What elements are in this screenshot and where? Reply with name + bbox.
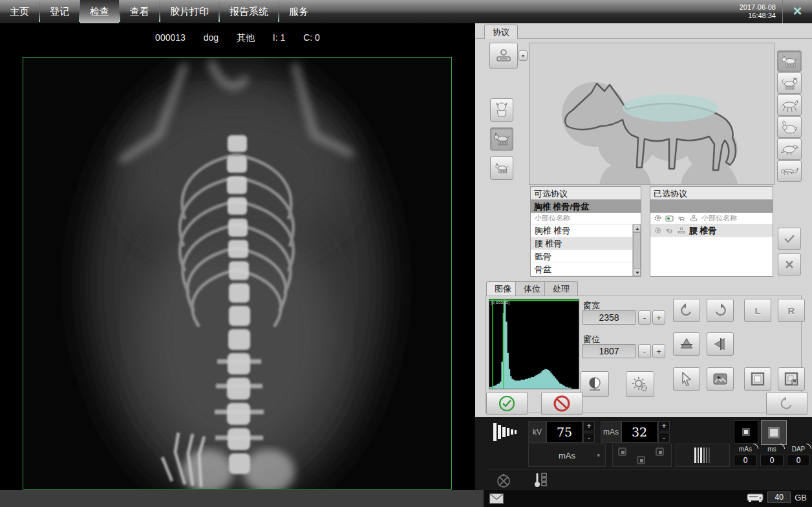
menu-exam[interactable]: 检查 [80, 0, 119, 23]
aec-chamber-left[interactable] [618, 448, 626, 456]
aec-chamber-selector[interactable] [612, 444, 672, 467]
protocol-item[interactable]: 骨盆 [531, 263, 632, 276]
menu-register[interactable]: 登记 [40, 0, 79, 23]
left-marker-button[interactable]: L [744, 299, 771, 322]
kv-label: kV [528, 421, 546, 443]
focal-spot-small-button[interactable] [734, 420, 758, 444]
readout-mas-label: mAs [734, 446, 757, 453]
species-reptile-button[interactable] [777, 160, 802, 182]
pointer-tool-button[interactable] [673, 367, 700, 391]
rabbit-icon [780, 120, 798, 135]
small-focus-icon [742, 428, 750, 436]
save-region-button[interactable] [778, 367, 805, 391]
patient-type-button[interactable] [489, 43, 518, 69]
rotate-ccw-button[interactable] [673, 299, 700, 322]
protocol-item[interactable]: 胸椎 椎骨 [531, 224, 632, 237]
tab-processing[interactable]: 处理 [544, 281, 578, 296]
wedge-filter-icon [493, 422, 520, 442]
xray-viewport[interactable] [23, 57, 452, 490]
kv-plus-button[interactable]: + [583, 421, 595, 431]
large-dog-icon [493, 102, 510, 118]
protocol-item[interactable]: 骶骨 [531, 250, 632, 263]
protocol-tabstrip: 协议 [475, 23, 812, 39]
image-adjust-button[interactable] [707, 367, 734, 391]
x-icon [785, 260, 794, 269]
menu-home[interactable]: 主页 [0, 0, 39, 23]
available-list-scrollbar[interactable] [632, 224, 641, 276]
body-region-diagram[interactable] [529, 43, 775, 185]
window-level-plus-button[interactable]: + [652, 344, 665, 358]
species-cat-button[interactable] [777, 72, 802, 94]
gear-icon [654, 227, 661, 234]
time-text: 16:48:34 [740, 12, 776, 20]
patient-type-dropdown[interactable]: ▾ [518, 50, 528, 61]
grid-indicator [676, 444, 730, 467]
histogram-display[interactable]: [0,65535] [489, 299, 579, 389]
protocol-remove-button[interactable] [778, 253, 801, 275]
close-icon[interactable]: × [782, 0, 812, 23]
small-dog-icon [494, 162, 509, 175]
scroll-up-icon[interactable] [633, 224, 641, 232]
rotate-cw-button[interactable] [707, 299, 734, 322]
dog-icon [780, 54, 798, 69]
readout-dap-value: 0 [787, 455, 810, 466]
readout-ms-label: ms [760, 446, 784, 453]
selected-protocol-item[interactable]: 腰 椎骨 [650, 224, 773, 237]
size-large-button[interactable] [490, 98, 513, 122]
protocol-accept-button[interactable] [778, 228, 801, 250]
flip-horizontal-button[interactable] [707, 332, 734, 356]
flip-vertical-button[interactable] [673, 332, 700, 356]
window-width-plus-button[interactable]: + [652, 310, 665, 325]
menu-service[interactable]: 服务 [279, 0, 318, 23]
scroll-down-icon[interactable] [633, 268, 641, 276]
exposure-status-icon [665, 215, 674, 222]
window-level-minus-button[interactable]: - [638, 344, 651, 358]
mas-plus-button[interactable]: + [658, 421, 670, 431]
selected-column-header: 小部位名称 [701, 213, 737, 223]
status-bar-right: 40 GB [484, 490, 812, 507]
species-label: 其他 [237, 32, 255, 43]
mas-minus-button[interactable]: - [658, 433, 670, 443]
auto-window-button[interactable] [581, 371, 609, 397]
table-icon [690, 215, 698, 222]
green-check-icon [498, 394, 516, 413]
collimation-button[interactable] [744, 367, 771, 391]
species-bird-button[interactable] [777, 138, 802, 160]
size-small-button[interactable] [490, 156, 513, 180]
focal-spot-large-button[interactable] [761, 420, 787, 445]
accept-image-button[interactable] [486, 392, 528, 415]
message-envelope-icon[interactable] [489, 493, 504, 504]
kv-minus-button[interactable]: - [583, 433, 595, 443]
kv-value: 75 [546, 421, 582, 443]
menu-film-print[interactable]: 胶片打印 [160, 0, 219, 23]
menu-report-system[interactable]: 报告系统 [220, 0, 278, 23]
animal-icon [665, 228, 674, 234]
aec-chamber-right[interactable] [656, 448, 664, 456]
image-stage: 000013 dog 其他 I: 1 C: 0 [0, 23, 475, 490]
collimator-light-icon [496, 473, 511, 488]
effects-icon [632, 376, 648, 393]
menu-view[interactable]: 查看 [120, 0, 159, 23]
check-icon [784, 234, 795, 243]
species-rabbit-button[interactable] [777, 116, 802, 138]
readout-mas-value: 0 [734, 455, 757, 466]
right-marker-button[interactable]: R [778, 299, 805, 322]
species-dog-button[interactable] [777, 50, 802, 72]
reject-image-button[interactable] [541, 392, 582, 415]
exposure-mode-value: mAs [559, 451, 575, 460]
species-horse-button[interactable] [777, 94, 802, 116]
aec-chamber-center[interactable] [637, 456, 645, 464]
available-protocols-title: 可选协议 [531, 187, 641, 200]
exposure-mode-dropdown[interactable]: mAs ▾ [528, 444, 606, 467]
window-width-minus-button[interactable]: - [638, 310, 651, 325]
window-level-value: 1807 [582, 344, 636, 358]
protocol-item-selected[interactable]: 腰 椎骨 [531, 237, 632, 250]
rotate-ccw-icon [679, 303, 694, 318]
enhance-button[interactable] [626, 371, 654, 397]
tab-protocol[interactable]: 协议 [484, 25, 518, 39]
size-medium-button[interactable] [490, 127, 513, 151]
bird-icon [780, 142, 798, 157]
pointer-icon [680, 372, 693, 386]
available-protocols-list: 可选协议 胸椎 椎骨/骨盆 小部位名称 胸椎 椎骨 腰 椎骨 骶骨 骨盆 尾椎 … [530, 186, 641, 277]
reset-button[interactable] [766, 392, 807, 415]
